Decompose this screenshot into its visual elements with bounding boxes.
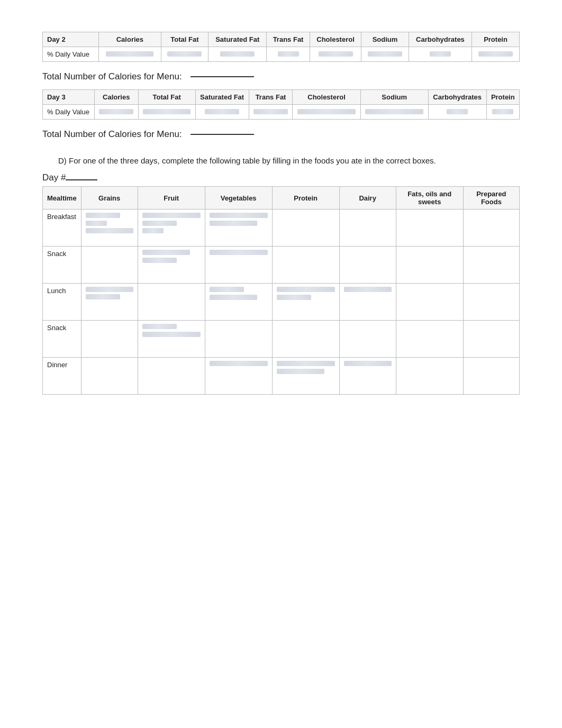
snack2-fats <box>396 321 463 358</box>
lunch-dairy <box>339 284 396 321</box>
day2-col-saturated-fat: Saturated Fat <box>209 32 267 47</box>
snack2-fruit <box>138 321 205 358</box>
snack1-fruit <box>138 247 205 284</box>
dinner-grains <box>81 358 138 395</box>
food-col-grains: Grains <box>81 187 138 210</box>
snack1-protein <box>272 247 339 284</box>
day3-sodium-value <box>360 105 428 120</box>
snack2-protein <box>272 321 339 358</box>
day3-cholesterol-value <box>293 105 360 120</box>
breakfast-vegetables <box>205 210 272 247</box>
day3-calories-value <box>94 105 138 120</box>
table-row: Lunch <box>43 284 520 321</box>
lunch-vegetables <box>205 284 272 321</box>
day2-saturated-fat-value <box>209 47 267 62</box>
day2-row-label: % Daily Value <box>43 47 99 62</box>
dinner-dairy <box>339 358 396 395</box>
day2-cholesterol-value <box>310 47 361 62</box>
day3-col-carbohydrates: Carbohydrates <box>428 90 486 105</box>
food-col-protein: Protein <box>272 187 339 210</box>
snack2-dairy <box>339 321 396 358</box>
snack1-prepared <box>463 247 519 284</box>
day3-col-saturated-fat: Saturated Fat <box>195 90 249 105</box>
lunch-fruit <box>138 284 205 321</box>
mealtime-lunch: Lunch <box>43 284 81 321</box>
day3-trans-fat-value <box>249 105 293 120</box>
section-d-text: D) For one of the three days, complete t… <box>58 154 520 167</box>
section-d: D) For one of the three days, complete t… <box>42 154 520 395</box>
day2-col-sodium: Sodium <box>361 32 409 47</box>
day3-col-calories: Calories <box>94 90 138 105</box>
snack2-vegetables <box>205 321 272 358</box>
day3-col-total-fat: Total Fat <box>138 90 195 105</box>
snack1-grains <box>81 247 138 284</box>
day3-col-cholesterol: Cholesterol <box>293 90 360 105</box>
snack1-vegetables <box>205 247 272 284</box>
day2-col-total-fat: Total Fat <box>161 32 209 47</box>
total-calories-day3-label: Total Number of Calories for Menu: <box>42 129 182 140</box>
lunch-prepared <box>463 284 519 321</box>
snack2-prepared <box>463 321 519 358</box>
food-col-mealtime: Mealtime <box>43 187 81 210</box>
day-blank <box>66 179 97 180</box>
breakfast-fruit <box>138 210 205 247</box>
lunch-fats <box>396 284 463 321</box>
day3-carbohydrates-value <box>428 105 486 120</box>
breakfast-grains <box>81 210 138 247</box>
day2-col-cholesterol: Cholesterol <box>310 32 361 47</box>
day3-protein-value <box>486 105 519 120</box>
table-row: Dinner <box>43 358 520 395</box>
day3-saturated-fat-value <box>195 105 249 120</box>
snack1-fats <box>396 247 463 284</box>
dinner-fats <box>396 358 463 395</box>
mealtime-snack1: Snack <box>43 247 81 284</box>
lunch-grains <box>81 284 138 321</box>
day2-protein-value <box>472 47 520 62</box>
day3-col-day: Day 3 <box>43 90 95 105</box>
table-row: Snack <box>43 247 520 284</box>
food-col-fruit: Fruit <box>138 187 205 210</box>
dinner-protein <box>272 358 339 395</box>
day2-trans-fat-value <box>267 47 310 62</box>
food-col-vegetables: Vegetables <box>205 187 272 210</box>
day2-calories-value <box>99 47 161 62</box>
day-hash-label: Day # <box>42 172 520 183</box>
total-calories-day3: Total Number of Calories for Menu: <box>42 129 520 140</box>
dinner-prepared <box>463 358 519 395</box>
day2-col-trans-fat: Trans Fat <box>267 32 310 47</box>
day2-col-protein: Protein <box>472 32 520 47</box>
total-calories-day2: Total Number of Calories for Menu: <box>42 71 520 82</box>
dinner-vegetables <box>205 358 272 395</box>
snack1-dairy <box>339 247 396 284</box>
day3-row-label: % Daily Value <box>43 105 95 120</box>
day2-total-fat-value <box>161 47 209 62</box>
day3-col-protein: Protein <box>486 90 519 105</box>
breakfast-dairy <box>339 210 396 247</box>
day2-col-carbohydrates: Carbohydrates <box>409 32 472 47</box>
day3-total-fat-value <box>138 105 195 120</box>
food-col-dairy: Dairy <box>339 187 396 210</box>
total-calories-day3-blank <box>191 134 254 135</box>
breakfast-protein <box>272 210 339 247</box>
lunch-protein <box>272 284 339 321</box>
mealtime-dinner: Dinner <box>43 358 81 395</box>
day2-nutrition-table: Day 2 Calories Total Fat Saturated Fat T… <box>42 32 520 62</box>
day3-col-sodium: Sodium <box>360 90 428 105</box>
breakfast-fats <box>396 210 463 247</box>
breakfast-prepared <box>463 210 519 247</box>
total-calories-day2-blank <box>191 76 254 77</box>
day2-col-day: Day 2 <box>43 32 99 47</box>
mealtime-breakfast: Breakfast <box>43 210 81 247</box>
day2-col-calories: Calories <box>99 32 161 47</box>
food-group-table: Mealtime Grains Fruit Vegetables Protein… <box>42 186 520 395</box>
snack2-grains <box>81 321 138 358</box>
table-row: Breakfast <box>43 210 520 247</box>
day2-sodium-value <box>361 47 409 62</box>
day2-carbohydrates-value <box>409 47 472 62</box>
food-col-fats: Fats, oils and sweets <box>396 187 463 210</box>
day3-col-trans-fat: Trans Fat <box>249 90 293 105</box>
total-calories-day2-label: Total Number of Calories for Menu: <box>42 71 182 82</box>
day3-nutrition-table: Day 3 Calories Total Fat Saturated Fat T… <box>42 89 520 120</box>
dinner-fruit <box>138 358 205 395</box>
table-row: Snack <box>43 321 520 358</box>
